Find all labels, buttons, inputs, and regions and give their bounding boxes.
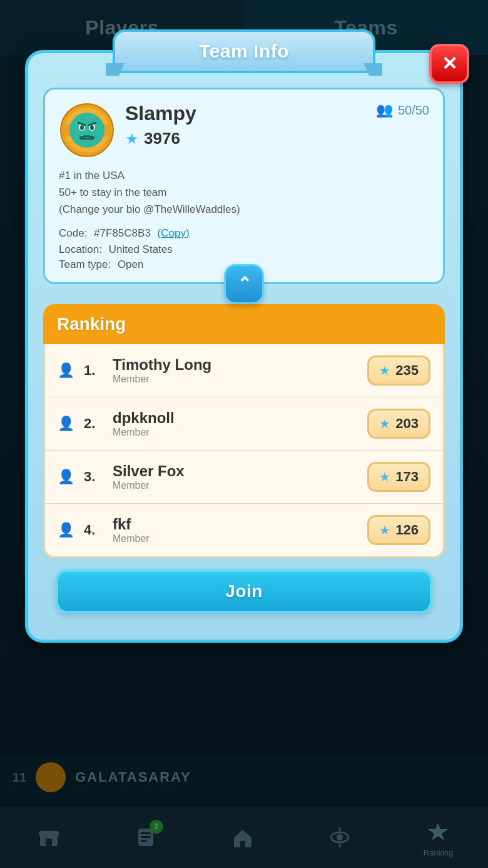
rank-name-section: fkf Member <box>113 516 358 544</box>
svg-point-15 <box>69 113 104 148</box>
rank-score: 173 <box>395 469 419 485</box>
rank-score: 235 <box>395 362 419 379</box>
user-icon: 👤 <box>58 416 75 432</box>
join-button[interactable]: Join <box>56 569 432 613</box>
team-code-row: Code: #7F85C8B3 (Copy) <box>59 227 429 240</box>
ranking-section: Ranking 👤 1. Timothy Long Member ★ 235 <box>43 304 445 558</box>
ranking-title: Ranking <box>57 314 126 334</box>
score-badge: ★ 173 <box>367 462 430 492</box>
score-badge: ★ 235 <box>367 355 430 385</box>
rank-number: 4. <box>84 522 104 538</box>
type-value: Open <box>118 258 144 270</box>
score-badge: ★ 126 <box>367 515 430 545</box>
close-button[interactable]: ✕ <box>429 44 469 84</box>
user-icon: 👤 <box>58 522 75 538</box>
rank-role: Member <box>113 480 358 491</box>
table-row: 👤 1. Timothy Long Member ★ 235 <box>45 344 443 397</box>
star-icon: ★ <box>379 523 390 538</box>
code-value: #7F85C8B3 <box>94 227 151 239</box>
rank-name-section: Timothy Long Member <box>113 356 358 385</box>
join-btn-wrap: Join <box>43 558 445 627</box>
type-label: Team type: <box>59 258 111 270</box>
rank-name: Timothy Long <box>113 356 358 374</box>
team-description: #1 in the USA 50+ to stay in the team (C… <box>59 167 429 218</box>
team-star-icon: ★ <box>125 130 139 148</box>
rank-number: 2. <box>84 416 104 432</box>
ranking-list: 👤 1. Timothy Long Member ★ 235 👤 <box>43 344 445 558</box>
rank-name: Silver Fox <box>113 462 358 480</box>
desc-line1: #1 in the USA <box>59 167 429 184</box>
rank-score: 203 <box>395 416 419 432</box>
rank-name-section: dpkknoll Member <box>113 409 358 438</box>
team-avatar <box>59 102 115 158</box>
desc-line3: (Change your bio @TheWilleWaddles) <box>59 201 429 218</box>
rank-name: fkf <box>113 516 358 533</box>
join-label: Join <box>225 581 263 601</box>
score-badge: ★ 203 <box>367 409 430 439</box>
svg-point-19 <box>90 125 94 130</box>
team-info-modal: Team Info ✕ <box>25 50 463 643</box>
team-info-card: Slampy ★ 3976 👥 50/50 #1 in the USA 50+ … <box>43 88 445 284</box>
members-icon: 👥 <box>376 102 393 118</box>
rank-number: 3. <box>84 469 104 485</box>
rank-name: dpkknoll <box>113 409 358 427</box>
table-row: 👤 4. fkf Member ★ 126 <box>45 504 443 556</box>
star-icon: ★ <box>379 469 390 484</box>
location-label: Location: <box>59 243 102 255</box>
rank-role: Member <box>113 374 358 385</box>
modal-title: Team Info <box>199 41 289 62</box>
location-value: United States <box>109 243 173 255</box>
desc-line2: 50+ to stay in the team <box>59 184 429 201</box>
chevron-up-icon: ⌃ <box>237 275 252 293</box>
modal-overlay: Team Info ✕ <box>0 0 488 868</box>
svg-point-18 <box>80 125 84 130</box>
star-icon: ★ <box>379 416 390 431</box>
team-stars: ★ 3976 <box>125 129 366 148</box>
rank-name-section: Silver Fox Member <box>113 462 358 491</box>
user-icon: 👤 <box>58 362 75 379</box>
table-row: 👤 2. dpkknoll Member ★ 203 <box>45 397 443 451</box>
scroll-up-button[interactable]: ⌃ <box>224 264 264 304</box>
team-location: Location: United States <box>59 243 429 256</box>
copy-button[interactable]: (Copy) <box>158 227 190 239</box>
star-icon: ★ <box>379 363 390 378</box>
table-row: 👤 3. Silver Fox Member ★ 173 <box>45 451 443 504</box>
team-header: Slampy ★ 3976 👥 50/50 <box>59 102 429 158</box>
code-label: Code: <box>59 227 87 239</box>
svg-rect-22 <box>80 138 94 140</box>
modal-banner: Team Info <box>113 29 375 73</box>
close-icon: ✕ <box>442 54 457 73</box>
members-count: 50/50 <box>398 103 429 118</box>
rank-number: 1. <box>84 362 104 379</box>
team-score: 3976 <box>144 129 180 148</box>
team-members: 👥 50/50 <box>376 102 429 118</box>
rank-score: 126 <box>395 522 419 538</box>
ranking-header: Ranking <box>43 304 445 344</box>
rank-role: Member <box>113 427 358 438</box>
team-name: Slampy <box>125 102 366 125</box>
team-name-section: Slampy ★ 3976 <box>125 102 366 148</box>
modal-content: Slampy ★ 3976 👥 50/50 #1 in the USA 50+ … <box>28 53 460 640</box>
user-icon: 👤 <box>58 469 75 485</box>
rank-role: Member <box>113 533 358 544</box>
